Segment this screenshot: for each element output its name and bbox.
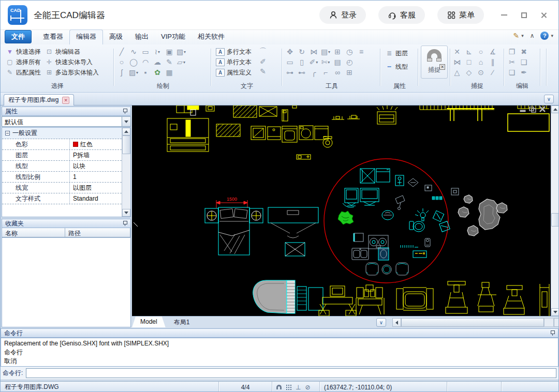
snap-perpendicular-icon[interactable]: ⊾ bbox=[464, 47, 474, 57]
table-icon[interactable]: ▦ bbox=[164, 68, 174, 78]
snap-nearest-icon[interactable]: ∕ bbox=[488, 68, 498, 78]
property-row-linetype[interactable]: 线型 以块 bbox=[2, 161, 122, 172]
copy-time-icon[interactable]: ◷ bbox=[344, 47, 355, 57]
canvas-vertical-scrollbar[interactable] bbox=[551, 105, 559, 316]
match-properties-button[interactable]: ✎匹配属性 bbox=[4, 67, 43, 78]
circle-icon[interactable]: ○ bbox=[116, 57, 127, 67]
tab-output[interactable]: 输出 bbox=[129, 30, 155, 44]
document-tab[interactable]: 程子专用图库.dwg ✕ bbox=[4, 94, 74, 105]
preset-dropdown-button[interactable] bbox=[122, 117, 130, 126]
snap-intersection-icon[interactable]: ⋈ bbox=[452, 57, 462, 67]
offset-2-icon[interactable]: ⊷ bbox=[297, 68, 307, 78]
insert-block-icon[interactable]: ▣ bbox=[164, 47, 174, 57]
line-icon[interactable]: ╱ bbox=[116, 47, 127, 57]
scrollbar-track[interactable] bbox=[544, 318, 554, 327]
menu-button[interactable]: 菜单 bbox=[437, 6, 484, 24]
login-button[interactable]: 登录 bbox=[319, 6, 366, 24]
cut-icon[interactable]: ✂ bbox=[507, 57, 517, 67]
collapse-minus-icon[interactable] bbox=[5, 131, 10, 135]
pin-icon[interactable] bbox=[123, 109, 127, 114]
spline-icon[interactable]: ≀ bbox=[152, 47, 163, 57]
s-spline-icon[interactable]: ʃ bbox=[116, 68, 127, 78]
minimize-button[interactable] bbox=[496, 8, 512, 22]
column-path[interactable]: 路径 bbox=[65, 228, 130, 237]
property-row-color[interactable]: 色彩 红色 bbox=[2, 139, 122, 150]
grid-status-icon[interactable] bbox=[286, 384, 291, 390]
trim-icon[interactable]: ✄ bbox=[320, 57, 331, 67]
polyline-icon[interactable]: ∿ bbox=[128, 47, 139, 57]
scroll-down-button[interactable] bbox=[122, 209, 130, 217]
edit-text-icon[interactable]: ✎ bbox=[258, 66, 268, 76]
paste-special-icon[interactable]: ❑ bbox=[519, 57, 529, 67]
tab-related[interactable]: 相关软件 bbox=[192, 30, 231, 44]
arc-icon[interactable]: ◠ bbox=[140, 57, 151, 67]
snap-polygon-icon[interactable]: ⌂ bbox=[476, 57, 486, 67]
arc-text-icon[interactable]: ⌒ bbox=[258, 47, 268, 56]
maximize-button[interactable] bbox=[516, 8, 532, 22]
scroll-left-button[interactable] bbox=[392, 318, 401, 327]
base-point-icon[interactable]: ▯ bbox=[297, 57, 307, 67]
chamfer-icon[interactable]: ⌐ bbox=[320, 68, 331, 78]
mirror-icon[interactable]: ⋈ bbox=[308, 47, 319, 57]
quick-select-button[interactable]: ▼快速选择 bbox=[4, 47, 43, 57]
property-group-row[interactable]: 一般设置 bbox=[2, 128, 122, 139]
property-row-linetype-scale[interactable]: 线型比例 1 bbox=[2, 172, 122, 183]
ellipse-icon[interactable]: ◯ bbox=[128, 57, 139, 67]
property-grid-scrollbar[interactable] bbox=[122, 128, 130, 217]
ortho-status-icon[interactable]: ⊘ bbox=[305, 384, 310, 391]
column-name[interactable]: 名称 bbox=[2, 228, 65, 237]
snap-midpoint-icon[interactable]: △ bbox=[452, 68, 462, 78]
array-icon[interactable]: ▤ bbox=[320, 47, 331, 57]
help-dropdown-icon[interactable]: ▾ bbox=[551, 33, 553, 38]
format-painter-icon[interactable]: ✒ bbox=[519, 68, 529, 78]
clock-copy-icon[interactable]: ◴ bbox=[344, 57, 355, 67]
mdi-window-controls[interactable] bbox=[520, 107, 545, 112]
support-button[interactable]: 客服 bbox=[378, 6, 425, 24]
snap-quadrant-icon[interactable]: ◇ bbox=[464, 68, 474, 78]
tab-viewer[interactable]: 查看器 bbox=[37, 30, 69, 44]
linetype-button[interactable]: ┅线型 bbox=[383, 60, 416, 73]
scroll-down-button[interactable] bbox=[551, 308, 559, 316]
annotate-icon[interactable]: ✎ bbox=[513, 32, 519, 40]
command-input[interactable] bbox=[26, 368, 556, 378]
point-icon[interactable]: ▪ bbox=[140, 68, 151, 78]
duplicate-icon[interactable]: ▤ bbox=[332, 57, 343, 67]
multiline-text-button[interactable]: A多行文本 bbox=[214, 47, 254, 57]
hatch-icon[interactable]: ▨ bbox=[128, 68, 139, 78]
fillet-icon[interactable]: ╭ bbox=[308, 68, 319, 78]
copy-icon[interactable]: ⊞ bbox=[332, 47, 343, 57]
drawing-canvas[interactable]: 1500 bbox=[132, 105, 551, 316]
snap-center-icon[interactable]: ○ bbox=[476, 47, 486, 57]
region-icon[interactable]: ▱ bbox=[176, 57, 186, 67]
close-button[interactable] bbox=[536, 8, 551, 22]
delete-icon[interactable]: ✖ bbox=[519, 47, 529, 57]
pin-icon[interactable] bbox=[123, 221, 127, 226]
image-icon[interactable]: ✿ bbox=[152, 68, 163, 78]
layers-button[interactable]: ≣图层 bbox=[383, 47, 416, 60]
favorites-list-empty[interactable] bbox=[2, 238, 131, 327]
boundary-icon[interactable]: ▧ bbox=[176, 47, 186, 57]
layout-list-chevron-button[interactable]: ∨ bbox=[376, 318, 386, 327]
attribute-define-button[interactable]: A属性定义 bbox=[214, 67, 254, 78]
scroll-up-button[interactable] bbox=[551, 105, 559, 113]
collapse-ribbon-icon[interactable]: ∧ bbox=[530, 32, 535, 39]
document-tab-close-icon[interactable]: ✕ bbox=[62, 97, 69, 104]
paste-icon[interactable]: ❐ bbox=[507, 47, 517, 57]
quick-entity-import-button[interactable]: ✛快速实体导入 bbox=[43, 57, 101, 67]
canvas-horizontal-scrollbar[interactable] bbox=[392, 318, 559, 327]
perpendicular-status-icon[interactable]: ⊥ bbox=[296, 384, 301, 391]
tab-layout1[interactable]: 布局1 bbox=[166, 316, 198, 327]
offset-icon[interactable]: ⊶ bbox=[285, 68, 295, 78]
annotate-dropdown-icon[interactable]: ▾ bbox=[521, 33, 524, 38]
link-icon[interactable]: ✐ bbox=[308, 57, 319, 67]
select-all-button[interactable]: ▢选择所有 bbox=[4, 57, 43, 67]
property-row-lineweight[interactable]: 线宽 以图层 bbox=[2, 183, 122, 193]
pin-icon[interactable] bbox=[550, 330, 555, 336]
tab-editor[interactable]: 编辑器 bbox=[69, 29, 103, 44]
copy-clip-icon[interactable]: ❏ bbox=[507, 68, 517, 78]
snap-angle-icon[interactable]: ∡ bbox=[488, 47, 498, 57]
rect-tool-icon[interactable]: ▭ bbox=[285, 57, 295, 67]
add-block-icon[interactable]: ⊞ bbox=[344, 68, 355, 78]
tab-vip[interactable]: VIP功能 bbox=[155, 30, 192, 44]
scrollbar-thumb[interactable] bbox=[401, 318, 544, 327]
